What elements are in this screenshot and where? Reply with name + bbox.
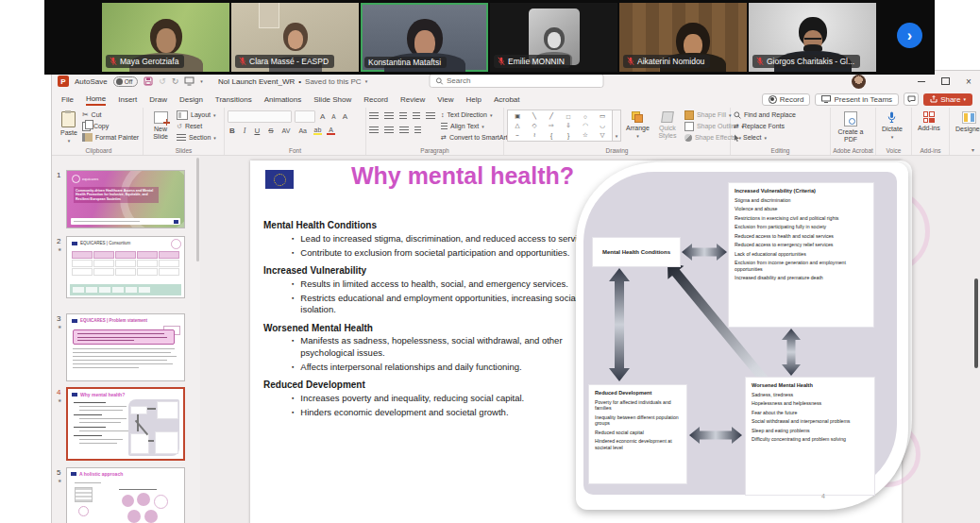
account-avatar[interactable] [852, 75, 866, 89]
record-button[interactable]: Record [762, 93, 811, 106]
select-button[interactable]: Select▾ [734, 132, 796, 143]
bullet-icon: ▪ [292, 395, 294, 405]
ribbon-group-voice: Dictate▾ Voice [876, 108, 912, 155]
reset-button[interactable]: ↺Reset [177, 121, 216, 131]
italic-button[interactable]: I [242, 127, 248, 135]
line-spacing-icon[interactable] [426, 112, 435, 120]
dictate-button[interactable]: Dictate▾ [879, 110, 905, 145]
addins-icon [923, 111, 935, 123]
tab-acrobat[interactable]: Acrobat [494, 93, 520, 105]
eu-flag-mini [72, 319, 77, 323]
participant-name-tag: Aikaterini Nomidou [623, 55, 710, 68]
redo-icon[interactable]: ↻ [172, 77, 179, 86]
copy-button[interactable]: Copy [82, 121, 139, 131]
tab-insert[interactable]: Insert [118, 93, 137, 105]
quick-access-chevron-icon[interactable]: ▾ [200, 78, 203, 84]
saved-status-chevron-icon[interactable]: ▾ [365, 78, 368, 84]
format-painter-button[interactable]: Format Painter [82, 132, 139, 143]
replace-fonts-button[interactable]: ⇄Replace Fonts [734, 121, 796, 131]
touch-mode-icon[interactable] [184, 76, 194, 86]
new-slide-button[interactable]: New Slide [146, 110, 175, 145]
search-input[interactable]: Search [429, 74, 603, 88]
thumbnail-slide-1[interactable]: equicares Community-driven Healthcare Ac… [66, 170, 185, 228]
thumbnail-slide-4-selected[interactable]: Why mental health? [66, 387, 185, 461]
collapse-ribbon-icon[interactable]: ▾ [972, 146, 974, 153]
dictate-mic-icon [887, 111, 896, 124]
present-in-teams-button[interactable]: Present in Teams [815, 93, 899, 106]
arrange-button[interactable]: Arrange▾ [623, 110, 652, 145]
participant-tile-clara[interactable]: Clara Massé - EASPD [231, 3, 359, 72]
text-highlight-button[interactable]: ab [313, 127, 322, 135]
bold-button[interactable]: B [228, 127, 237, 135]
canvas-scrollbar[interactable] [974, 278, 978, 368]
participant-tile-maya[interactable]: Maya Gerotziafa [102, 3, 229, 72]
decrease-font-size-button[interactable]: A [329, 113, 337, 120]
save-icon[interactable] [144, 76, 153, 86]
align-right-icon[interactable] [399, 127, 409, 134]
tab-animations[interactable]: Animations [264, 93, 302, 105]
share-button[interactable]: Share ▾ [923, 93, 972, 106]
paste-button[interactable]: Paste▾ [58, 110, 80, 145]
tab-draw[interactable]: Draw [149, 93, 167, 105]
character-spacing-button[interactable]: AV [280, 127, 293, 134]
font-name-select[interactable] [228, 110, 292, 123]
shapes-more-button[interactable]: ▾ [613, 110, 621, 142]
quick-styles-button[interactable]: Quick Styles [654, 110, 681, 145]
font-color-button[interactable]: A [327, 127, 335, 135]
minimize-button[interactable] [916, 75, 927, 88]
convert-smartart-button[interactable]: ⇄Convert to SmartArt▾ [441, 132, 513, 143]
autosave-toggle[interactable]: Off [113, 76, 139, 87]
close-button[interactable]: × [963, 75, 974, 88]
autosave-label: AutoSave [75, 77, 108, 86]
increase-indent-icon[interactable] [413, 112, 420, 120]
align-text-button[interactable]: Align Text▾ [441, 121, 513, 131]
find-replace-button[interactable]: Find and Replace [734, 110, 796, 120]
layout-button[interactable]: Layout▾ [177, 110, 216, 120]
thumbnail-slide-5[interactable]: A holistic approach [66, 467, 185, 523]
thumbnail-slide-3[interactable]: EQUICARES | Problem statement [66, 313, 185, 381]
cut-icon: ✂ [82, 110, 89, 119]
align-left-icon[interactable] [369, 127, 379, 134]
addins-button[interactable]: Add-ins [915, 110, 943, 145]
text-direction-button[interactable]: ↕Text Direction▾ [441, 110, 513, 120]
underline-button[interactable]: U [252, 127, 262, 135]
align-center-icon[interactable] [384, 127, 394, 134]
participant-tile-giorgos[interactable]: Giorgos Charitakis - Gl... [749, 3, 876, 72]
increase-font-size-button[interactable]: A [318, 112, 327, 121]
change-case-button[interactable]: Aa [296, 127, 309, 134]
saved-status[interactable]: Saved to this PC [305, 77, 362, 86]
tab-file[interactable]: File [61, 93, 74, 105]
strikethrough-button[interactable]: S [266, 127, 275, 135]
shapes-gallery[interactable]: ▣╲╱□○▭ △◇⇨⇩◠◡ ~≀{}☆▽ [507, 110, 613, 142]
next-participants-button[interactable]: › [897, 23, 922, 48]
thumbnail-scrollbar[interactable] [196, 158, 199, 262]
cut-button[interactable]: ✂Cut [82, 110, 139, 120]
tab-help[interactable]: Help [466, 93, 482, 105]
comments-button[interactable] [904, 93, 919, 106]
slide-page-number: 4 [821, 493, 825, 499]
clear-formatting-button[interactable]: A [341, 112, 349, 121]
numbering-icon[interactable] [384, 112, 394, 120]
tab-design[interactable]: Design [179, 93, 203, 105]
tab-home[interactable]: Home [86, 93, 106, 106]
section-button[interactable]: Section▾ [177, 132, 216, 143]
tab-transitions[interactable]: Transitions [215, 93, 252, 105]
participant-tile-konstantina-speaking[interactable]: Konstantina Mataftsi [361, 3, 488, 72]
tab-record[interactable]: Record [363, 93, 388, 105]
font-size-select[interactable] [295, 110, 315, 123]
bullets-icon[interactable] [369, 112, 379, 120]
slide-heading: Worsened Mental Health [263, 323, 600, 333]
columns-icon[interactable] [414, 127, 421, 134]
participant-tile-emilie[interactable]: Emilie MONNIN [490, 3, 617, 72]
tab-view[interactable]: View [437, 93, 453, 105]
thumbnail-slide-2[interactable]: EQUICARES | Consortium [66, 236, 185, 298]
decrease-indent-icon[interactable] [399, 112, 407, 120]
undo-icon[interactable]: ↺ [159, 77, 166, 86]
create-pdf-button[interactable]: Create a PDF [834, 110, 868, 145]
designer-button[interactable]: Designer [953, 110, 980, 145]
restore-button[interactable] [939, 75, 951, 88]
group-label: Editing [731, 147, 830, 154]
tab-review[interactable]: Review [400, 93, 425, 105]
tab-slide-show[interactable]: Slide Show [313, 93, 351, 105]
participant-tile-aikaterini[interactable]: Aikaterini Nomidou [619, 3, 747, 72]
